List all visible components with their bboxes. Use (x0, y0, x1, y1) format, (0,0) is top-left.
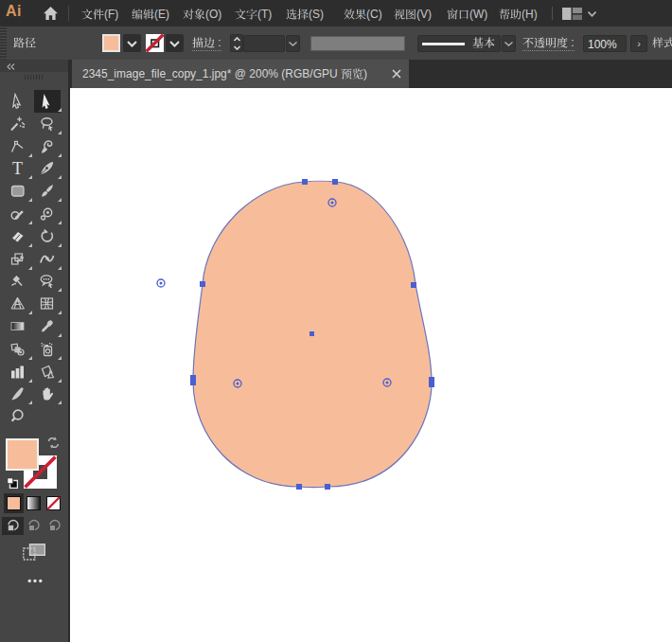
svg-text:T: T (12, 160, 23, 176)
